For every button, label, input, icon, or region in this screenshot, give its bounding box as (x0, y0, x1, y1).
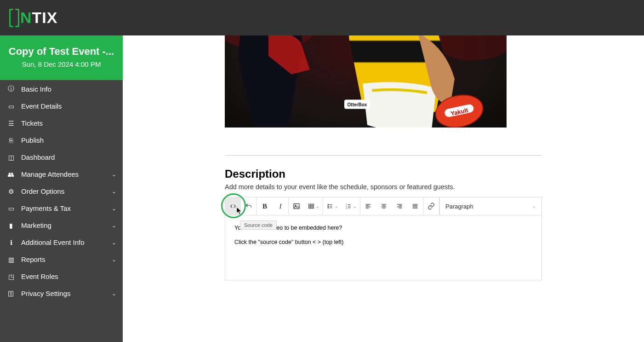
sidebar-nav: ⓘ Basic Info ▭ Event Details ☰ Tickets ⎘… (0, 80, 123, 302)
sidebar-item-additional-event-info[interactable]: ℹ︎ Additional Event Info ⌄ (0, 234, 123, 251)
people-icon: 👥︎ (6, 171, 16, 178)
align-left-button[interactable] (360, 197, 376, 215)
key-icon: ⚿ (6, 290, 16, 297)
event-title: Copy of Test Event -... (5, 46, 118, 58)
details-icon: ▭ (6, 103, 16, 110)
bold-button[interactable]: B (257, 197, 273, 215)
chevron-down-icon: ⌄ (112, 290, 116, 297)
italic-icon: I (279, 203, 282, 210)
main-content: Yakult OtterBox Description Add more det… (123, 35, 644, 342)
image-button[interactable] (289, 197, 304, 215)
publish-icon: ⎘ (6, 137, 16, 144)
undo-button[interactable] (241, 197, 256, 215)
chevron-down-icon: ⌄ (316, 204, 319, 209)
logo-part-n: N (20, 9, 32, 27)
sidebar-item-marketing[interactable]: ▮ Marketing ⌄ (0, 217, 123, 234)
image-icon (293, 203, 300, 210)
event-date: Sun, 8 Dec 2024 4:00 PM (5, 60, 118, 68)
event-header: Copy of Test Event -... Sun, 8 Dec 2024 … (0, 35, 123, 80)
table-button[interactable]: ⌄ (304, 197, 323, 215)
table-icon (308, 203, 314, 210)
roles-icon: ◳ (6, 273, 16, 280)
align-right-button[interactable] (392, 197, 407, 215)
align-left-icon (365, 203, 372, 210)
sidebar-item-publish[interactable]: ⎘ Publish (0, 132, 123, 149)
paragraph-format-dropdown[interactable]: Paragraph ⌄ (439, 197, 541, 215)
svg-point-19 (328, 206, 329, 207)
link-button[interactable] (423, 197, 439, 215)
svg-point-18 (328, 204, 329, 205)
editor-toolbar: Source code B I (225, 197, 542, 215)
link-icon (427, 203, 435, 210)
chevron-down-icon: ⌄ (112, 205, 116, 212)
source-code-tooltip: Source code (240, 220, 277, 230)
numbered-list-button[interactable]: 123 ⌄ (342, 197, 360, 215)
sidebar-item-payments-tax[interactable]: ▭ Payments & Tax ⌄ (0, 200, 123, 217)
chevron-down-icon: ⌄ (112, 256, 116, 263)
paragraph-format-label: Paragraph (445, 203, 473, 210)
sidebar-item-label: Tickets (21, 119, 116, 127)
info-icon: ⓘ (6, 85, 16, 93)
source-code-button[interactable] (225, 197, 241, 215)
svg-text:OtterBox: OtterBox (348, 102, 367, 107)
align-center-button[interactable] (376, 197, 392, 215)
event-hero-image: Yakult OtterBox (225, 35, 507, 128)
sidebar-item-label: Marketing (21, 221, 112, 229)
sidebar-item-label: Manage Attendees (21, 170, 112, 178)
align-right-icon (396, 203, 403, 210)
sidebar-item-dashboard[interactable]: ◫ Dashboard (0, 149, 123, 166)
code-icon (229, 203, 237, 210)
sidebar: Copy of Test Event -... Sun, 8 Dec 2024 … (0, 35, 123, 342)
svg-rect-13 (308, 204, 313, 208)
numbered-list-icon: 123 (345, 203, 352, 210)
sidebar-item-tickets[interactable]: ☰ Tickets (0, 115, 123, 132)
italic-button[interactable]: I (273, 197, 288, 215)
chat-icon: ▮ (6, 222, 16, 229)
bullet-list-icon (327, 203, 333, 210)
chevron-down-icon: ⌄ (353, 204, 357, 209)
align-justify-icon (411, 203, 419, 210)
sidebar-item-manage-attendees[interactable]: 👥︎ Manage Attendees ⌄ (0, 166, 123, 183)
description-heading: Description (225, 168, 542, 180)
sidebar-item-label: Event Details (21, 102, 116, 110)
sidebar-item-label: Order Options (21, 187, 112, 195)
section-divider (225, 155, 542, 156)
dashboard-icon: ◫ (6, 154, 16, 161)
chevron-down-icon: ⌄ (335, 204, 338, 209)
undo-icon (245, 203, 252, 210)
chevron-down-icon: ⌄ (112, 188, 116, 195)
sidebar-item-label: Additional Event Info (21, 238, 112, 246)
sidebar-item-order-options[interactable]: ⚙ Order Options ⌄ (0, 183, 123, 200)
chevron-down-icon: ⌄ (112, 222, 116, 229)
logo-ticket-icon (9, 9, 19, 27)
info-solid-icon: ℹ︎ (6, 239, 16, 246)
align-center-icon (380, 203, 388, 210)
sidebar-item-label: Privacy Settings (21, 290, 112, 297)
sidebar-item-label: Payments & Tax (21, 204, 112, 212)
sidebar-item-event-details[interactable]: ▭ Event Details (0, 98, 123, 115)
sidebar-item-label: Publish (21, 136, 116, 144)
chevron-down-icon: ⌄ (532, 204, 536, 209)
bold-icon: B (262, 203, 267, 210)
sidebar-item-event-roles[interactable]: ◳ Event Roles (0, 268, 123, 285)
sidebar-item-basic-info[interactable]: ⓘ Basic Info (0, 80, 123, 98)
bar-chart-icon: ▥ (6, 256, 16, 263)
align-justify-button[interactable] (407, 197, 423, 215)
card-icon: ▭ (6, 205, 16, 212)
chevron-down-icon: ⌄ (112, 239, 116, 246)
sidebar-item-reports[interactable]: ▥ Reports ⌄ (0, 251, 123, 268)
sidebar-item-label: Dashboard (21, 153, 116, 161)
svg-point-20 (328, 208, 329, 209)
sidebar-item-privacy-settings[interactable]: ⚿ Privacy Settings ⌄ (0, 285, 123, 302)
editor-line: You want the video to be embedded here? (234, 224, 532, 232)
editor-line: Click the "source code" button < > (top … (234, 238, 532, 247)
tickets-icon: ☰ (6, 120, 16, 127)
gear-icon: ⚙ (6, 188, 16, 195)
sidebar-item-label: Basic Info (21, 85, 116, 93)
description-subtitle: Add more details to your event like the … (225, 183, 542, 191)
logo-part-tix: TIX (32, 9, 58, 27)
sidebar-item-label: Reports (21, 255, 112, 263)
svg-rect-11 (294, 204, 299, 209)
logo[interactable]: NTIX (9, 9, 57, 27)
bullet-list-button[interactable]: ⌄ (323, 197, 342, 215)
